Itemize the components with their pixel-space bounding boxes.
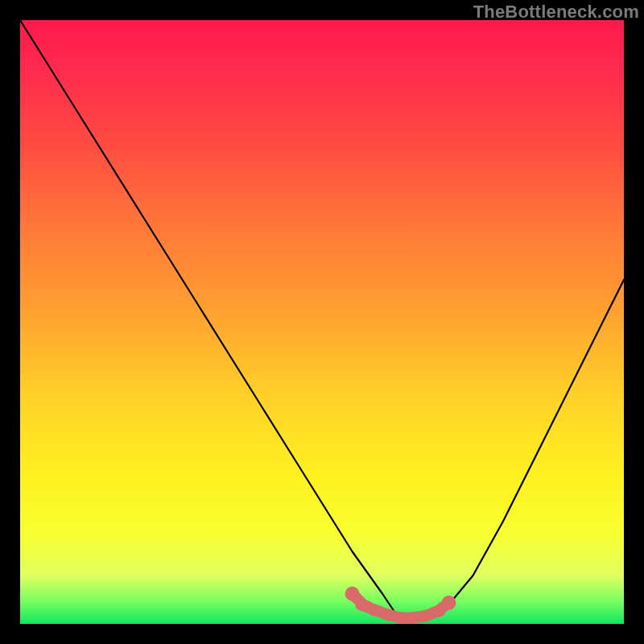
bottleneck-curve: [20, 20, 624, 618]
highlight-markers: [345, 587, 456, 624]
plot-area: [20, 20, 624, 624]
highlight-marker: [345, 587, 360, 601]
chart-overlay: [20, 20, 624, 624]
highlight-marker: [442, 596, 456, 610]
chart-frame: TheBottleneck.com: [0, 0, 644, 644]
highlight-marker: [428, 606, 446, 617]
